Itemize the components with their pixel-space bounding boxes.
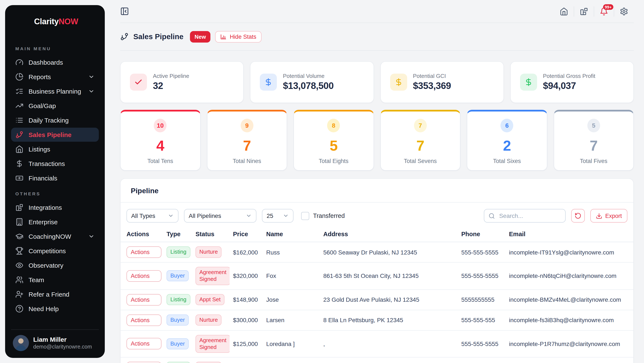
banknote-icon: [15, 174, 24, 182]
divider: [614, 6, 614, 16]
sidebar: ClarityNOW MAIN MENU Dashboards Reports …: [5, 5, 105, 358]
cell-price: $148,900: [230, 289, 263, 310]
transferred-label: Transferred: [313, 212, 345, 219]
sidebar-item-label: Observatory: [28, 262, 63, 269]
table-row: Actions Buyer Nurture $300,000 Larsen 8 …: [120, 310, 633, 330]
sidebar-item-competitions[interactable]: Competitions: [11, 244, 99, 258]
type-badge: Listing: [166, 247, 190, 258]
type-badge: Buyer: [166, 315, 189, 326]
dollar-icon: [524, 78, 533, 86]
sidebar-item-team[interactable]: Team: [11, 273, 99, 287]
sidebar-item-integrations[interactable]: Integrations: [11, 200, 99, 215]
row-actions-button[interactable]: Actions: [126, 270, 162, 282]
page-size-select[interactable]: 25: [262, 209, 294, 223]
sidebar-item-refer-a-friend[interactable]: Refer a Friend: [11, 287, 99, 301]
notification-badge: 99+: [603, 4, 613, 10]
sidebar-item-listings[interactable]: Listings: [11, 142, 99, 156]
stat-card: Potential Gross Profit $94,037: [510, 61, 634, 103]
cell-phone: 5555555555: [458, 357, 506, 363]
page-header: Sales Pipeline New Hide Stats: [120, 23, 634, 51]
sidebar-item-label: Integrations: [28, 204, 62, 211]
sidebar-item-transactions[interactable]: Transactions: [11, 157, 99, 171]
stat-label: Potential Gross Profit: [543, 73, 596, 79]
table-row: Actions Buyer Agreement Signed $320,000 …: [120, 262, 633, 289]
refresh-button[interactable]: [571, 209, 585, 223]
hide-stats-button[interactable]: Hide Stats: [215, 31, 262, 42]
sidebar-item-label: Dashboards: [28, 59, 63, 66]
apps-button[interactable]: [580, 7, 588, 15]
cell-phone: 555-555-555: [458, 310, 506, 330]
cell-phone: 555-555-5555: [458, 242, 506, 262]
status-badge: Agreement Signed: [196, 335, 230, 353]
row-actions-button[interactable]: Actions: [126, 338, 162, 350]
sidebar-item-observatory[interactable]: Observatory: [11, 258, 99, 272]
sidebar-item-label: Refer a Friend: [28, 291, 70, 298]
row-actions-button[interactable]: Actions: [126, 246, 162, 258]
cell-name: Larsen: [263, 310, 320, 330]
sidebar-collapse-button[interactable]: [120, 7, 129, 16]
sidebar-item-financials[interactable]: Financials: [11, 171, 99, 185]
claritynow-logo-icon: [14, 14, 30, 30]
cell-email: incomplete-P1R7humz@claritynowre.com: [506, 330, 633, 357]
brand: ClarityNOW: [11, 13, 99, 30]
row-actions-button[interactable]: Actions: [126, 362, 162, 363]
cell-address: 8 Ella Ln Pettsburg, PK 12345: [320, 310, 458, 330]
app-window: ClarityNOW MAIN MENU Dashboards Reports …: [0, 0, 644, 363]
notifications-button[interactable]: 99+: [600, 7, 608, 15]
sidebar-section-label: MAIN MENU: [15, 46, 99, 51]
cell-email: incomplete-BMZv4MeL@claritynowre.com: [506, 289, 633, 310]
sidebar-item-sales-pipeline[interactable]: Sales Pipeline: [11, 128, 99, 142]
search-input[interactable]: [498, 212, 561, 220]
row-actions-button[interactable]: Actions: [126, 294, 162, 305]
stat-card: Active Pipeline 32: [120, 61, 244, 103]
sidebar-item-enterprise[interactable]: Enterprise: [11, 215, 99, 229]
count-label: Total Nines: [207, 158, 287, 164]
count-label: Total Fives: [554, 158, 633, 164]
type-badge: Buyer: [166, 270, 189, 282]
cell-price: $300,000: [230, 310, 263, 330]
sidebar-item-daily-tracking[interactable]: Daily Tracking: [11, 113, 99, 127]
transferred-checkbox[interactable]: [301, 212, 309, 220]
new-badge[interactable]: New: [190, 31, 210, 42]
download-icon: [596, 213, 602, 219]
topbar: 99+: [120, 0, 634, 23]
settings-button[interactable]: [620, 7, 628, 15]
chevron-down-icon: [152, 273, 158, 279]
cell-email: incomplete-nN6tqCiH@claritynowre.com: [506, 262, 633, 289]
stat-label: Potential GCI: [413, 73, 451, 79]
type-badge: Listing: [166, 294, 190, 305]
type-filter-select[interactable]: All Types: [126, 209, 178, 223]
sidebar-item-dashboards[interactable]: Dashboards: [11, 55, 99, 69]
chevron-down-icon: [152, 297, 158, 302]
table-header-row: ActionsTypeStatusPriceNameAddressPhoneEm…: [120, 228, 633, 242]
status-badge: Nurture: [196, 315, 222, 326]
cell-name: Fox: [263, 262, 320, 289]
count-card: 7 7 Total Sevens: [380, 110, 460, 171]
sidebar-item-label: Business Planning: [28, 88, 81, 95]
chevron-down-icon: [152, 250, 158, 255]
pipeline-filter-select[interactable]: All Pipelines: [184, 209, 256, 223]
count-card: 9 7 Total Nines: [207, 110, 287, 171]
sidebar-item-business-planning[interactable]: Business Planning: [11, 84, 99, 98]
count-label: Total Sixes: [467, 158, 547, 164]
cell-email: incomplete-fs3iB3hq@claritynowre.com: [506, 310, 633, 330]
cell-address: 5600 Seaway Dr Pulaski, NJ 12345: [320, 242, 458, 262]
sidebar-item-label: Enterprise: [28, 218, 58, 226]
table-row: Actions Listing Appt Set $148,900 Jose 2…: [120, 289, 633, 310]
count-label: Total Eights: [294, 158, 373, 164]
column-header-email: Email: [506, 228, 633, 242]
column-header-type: Type: [163, 228, 192, 242]
search-box: [484, 209, 566, 223]
sidebar-user[interactable]: Liam Miller demo@claritynowre.com: [11, 329, 99, 353]
chevron-down-icon: [168, 213, 174, 219]
cell-phone: 5555555555: [458, 289, 506, 310]
row-actions-button[interactable]: Actions: [126, 314, 162, 326]
help-circle-icon: [15, 305, 24, 313]
sidebar-item-reports[interactable]: Reports: [11, 70, 99, 84]
export-button[interactable]: Export: [590, 209, 628, 223]
sidebar-item-goal-gap[interactable]: Goal/Gap: [11, 99, 99, 113]
sidebar-item-need-help[interactable]: Need Help: [11, 302, 99, 316]
home-button[interactable]: [560, 7, 568, 15]
sidebar-item-coachingnow[interactable]: CoachingNOW: [11, 229, 99, 243]
search-icon: [488, 213, 495, 219]
